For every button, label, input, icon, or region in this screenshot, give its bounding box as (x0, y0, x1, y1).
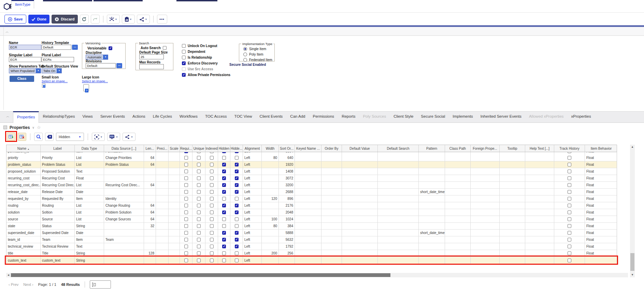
grid-checkbox-track[interactable] (568, 251, 571, 255)
tab-actions[interactable]: Actions (129, 111, 149, 123)
column-header-hidde[interactable]: Hidde... (230, 145, 243, 152)
column-header-unique[interactable]: Unique (192, 145, 205, 152)
grid-checkbox-idx[interactable] (210, 204, 214, 207)
plural-label-field[interactable]: ECRs (42, 57, 74, 62)
enforce-discovery-checkbox[interactable] (182, 61, 186, 65)
discipline-select[interactable]: Automatic ▼ (86, 55, 108, 60)
grid-checkbox-req[interactable] (184, 224, 188, 228)
grid-checkbox-idx[interactable] (210, 152, 214, 153)
grid-checkbox-track[interactable] (568, 183, 571, 187)
grid-checkbox-hid2[interactable] (235, 251, 239, 255)
add-property-button[interactable] (7, 133, 15, 141)
tab-reports[interactable]: Reports (338, 111, 359, 123)
tab-workflows[interactable]: Workflows (176, 111, 201, 123)
grid-checkbox-uniq[interactable] (197, 197, 201, 201)
column-header-pattern[interactable]: Pattern (419, 145, 445, 152)
grid-checkbox-idx[interactable] (210, 224, 214, 228)
grid-checkbox-req[interactable] (184, 259, 188, 262)
column-header-tooltip[interactable]: Tooltip (500, 145, 525, 152)
grid-checkbox-uniq[interactable] (197, 152, 201, 153)
column-header-scale[interactable]: Scale (169, 145, 180, 152)
tab-client-style[interactable]: Client Style (390, 111, 417, 123)
grid-checkbox-req[interactable] (184, 245, 188, 248)
grid-checkbox-track[interactable] (568, 224, 571, 228)
redo-button[interactable] (91, 15, 100, 24)
grid-checkbox-hid2[interactable] (235, 156, 239, 160)
table-row-solution[interactable]: solutionSoltionListProblem Solution64Lef… (6, 209, 617, 216)
filter-select[interactable]: Hidden ▼ (56, 133, 84, 141)
delete-property-button[interactable] (18, 133, 26, 141)
grid-checkbox-req[interactable] (184, 231, 188, 235)
focus-view-button[interactable]: ▼ (92, 133, 105, 141)
table-row-title[interactable]: titleTitleString128Left200256Float (6, 250, 617, 257)
tab-secure-social[interactable]: Secure Social (417, 111, 449, 123)
grid-checkbox-hid2[interactable] (235, 259, 239, 262)
vertical-scrollbar[interactable]: ▲ ▼ (630, 145, 635, 277)
collapse-chevron-icon[interactable]: ︿ (5, 29, 9, 34)
grid-checkbox-uniq[interactable] (197, 190, 201, 194)
grid-checkbox-hid[interactable] (222, 259, 226, 262)
grid-checkbox-hid2[interactable] (235, 152, 239, 153)
grid-checkbox-uniq[interactable] (197, 231, 201, 235)
grid-checkbox-hid2[interactable] (235, 176, 239, 180)
page-size-field[interactable]: 25 (139, 54, 164, 59)
grid-checkbox-hid[interactable] (222, 224, 226, 228)
grid-checkbox-hid[interactable] (222, 217, 226, 221)
display-settings-button[interactable]: ▼ (107, 133, 120, 141)
reports-clipboard-button[interactable]: ▼ (122, 15, 135, 24)
grid-checkbox-req[interactable] (184, 251, 188, 255)
column-header-width[interactable]: Width (262, 145, 279, 152)
revisions-field[interactable]: Default (86, 63, 116, 68)
column-header-item-behavior[interactable]: Item Behavior (585, 145, 617, 152)
grid-checkbox-hid2[interactable] (235, 245, 239, 248)
dependent-checkbox[interactable] (182, 50, 186, 54)
grid-checkbox-hid[interactable] (222, 231, 226, 235)
grid-checkbox-hid[interactable] (222, 190, 226, 194)
column-header-len[interactable]: Len... (144, 145, 156, 152)
column-header-default-value[interactable]: Default Value (342, 145, 378, 152)
grid-checkbox-uniq[interactable] (197, 251, 201, 255)
grid-checkbox-track[interactable] (568, 210, 571, 214)
grid-checkbox-uniq[interactable] (197, 156, 201, 160)
column-header-class-path[interactable]: Class Path (445, 145, 471, 152)
table-row-technical-review[interactable]: technical_reviewTechnical ReviewTextLeft… (6, 243, 617, 250)
grid-checkbox-uniq[interactable] (197, 245, 201, 248)
favorite-star-icon[interactable]: ☆ (37, 125, 41, 130)
grid-checkbox-idx[interactable] (210, 251, 214, 255)
column-header-label[interactable]: Label (41, 145, 75, 152)
max-records-field[interactable] (139, 64, 164, 69)
grid-checkbox-req[interactable] (184, 217, 188, 221)
single-item-radio[interactable] (243, 47, 247, 51)
grid-checkbox-idx[interactable] (210, 163, 214, 166)
scroll-down-arrow-icon[interactable]: ▼ (630, 273, 635, 277)
grid-checkbox-hid[interactable] (222, 156, 226, 160)
grid-checkbox-hid2[interactable] (235, 163, 239, 166)
grid-checkbox-idx[interactable] (210, 176, 214, 180)
collapse-chevron-icon[interactable]: ︿ (6, 114, 10, 119)
save-button[interactable]: Save (4, 15, 26, 24)
table-row-team-id[interactable]: team_idTeamItemTeamLeft5632Float (6, 236, 617, 243)
grid-checkbox-req[interactable] (184, 183, 188, 187)
column-header-sort-or[interactable]: Sort Or... (279, 145, 295, 152)
grid-checkbox-uniq[interactable] (197, 217, 201, 221)
grid-checkbox-uniq[interactable] (197, 163, 201, 166)
grid-checkbox-idx[interactable] (210, 259, 214, 262)
search-button[interactable] (34, 133, 43, 141)
grid-checkbox-idx[interactable] (210, 170, 214, 173)
vertical-scrollbar-thumb[interactable] (630, 253, 634, 271)
grid-checkbox-idx[interactable] (210, 245, 214, 248)
scroll-up-arrow-icon[interactable]: ▲ (630, 145, 635, 149)
column-header-foreign-prope[interactable]: Foreign Prope... (471, 145, 500, 152)
federated-item-radio[interactable] (243, 58, 247, 62)
horizontal-scrollbar[interactable]: ◄ (6, 273, 628, 277)
grid-checkbox-idx[interactable] (210, 210, 214, 214)
table-row-release-date[interactable]: release_dateRelease DateDateLeft2688shor… (6, 189, 617, 195)
table-row-priority[interactable]: priorityPriorityListChange Priorities64L… (6, 155, 617, 161)
tab-views[interactable]: Views (78, 111, 96, 123)
tab-relationshiptypes[interactable]: RelationshipTypes (39, 111, 78, 123)
column-header-data-source[interactable]: Data Source [...] (104, 145, 144, 152)
grid-checkbox-hid[interactable] (222, 152, 226, 153)
grid-checkbox-req[interactable] (184, 197, 188, 201)
history-template-browse-button[interactable]: ... (72, 45, 78, 50)
tab-toc-view[interactable]: TOC View (231, 111, 256, 123)
